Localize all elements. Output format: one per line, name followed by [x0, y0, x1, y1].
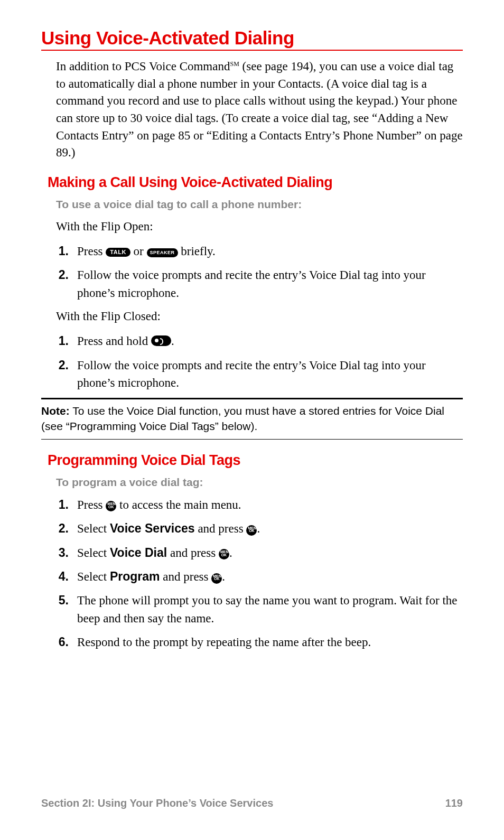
step-number: 5. [56, 592, 77, 627]
text: . [171, 334, 174, 348]
instruction-lead-program: To program a voice dial tag: [56, 476, 463, 489]
program-bold: Program [110, 570, 160, 583]
subheading-making-call: Making a Call Using Voice-Activated Dial… [48, 174, 463, 191]
step-text: Press TALK or SPEAKER briefly. [77, 242, 463, 260]
voice-dial-bold: Voice Dial [110, 546, 167, 559]
speaker-key-icon: SPEAKER [147, 248, 178, 257]
text: Select [77, 546, 110, 559]
list-item: 1. Press and hold . [56, 332, 463, 350]
step-text: The phone will prompt you to say the nam… [77, 592, 463, 627]
instruction-lead-make: To use a voice dial tag to call a phone … [56, 198, 463, 211]
flip-open-steps: 1. Press TALK or SPEAKER briefly. 2. Fol… [56, 242, 463, 302]
side-key-icon [151, 335, 171, 346]
trademark-sm: SM [230, 60, 239, 68]
step-text: Follow the voice prompts and recite the … [77, 266, 463, 302]
text: and press [195, 522, 247, 535]
intro-text-a: In addition to PCS Voice Command [56, 60, 230, 73]
menu-ok-key-icon: MENU OK [106, 501, 116, 511]
menu-ok-key-icon: MENU OK [211, 573, 222, 584]
list-item: 6. Respond to the prompt by repeating th… [56, 633, 463, 651]
text: and press [167, 546, 219, 559]
step-number: 6. [56, 633, 77, 651]
flip-closed-label: With the Flip Closed: [56, 308, 463, 325]
step-text: Respond to the prompt by repeating the n… [77, 633, 463, 651]
text: briefly. [178, 245, 216, 258]
text: Press and hold [77, 334, 151, 348]
step-number: 2. [56, 266, 77, 302]
page-footer: Section 2I: Using Your Phone’s Voice Ser… [41, 797, 463, 809]
step-number: 3. [56, 544, 77, 562]
menu-ok-key-icon: MENU OK [246, 525, 257, 536]
list-item: 1. Press TALK or SPEAKER briefly. [56, 242, 463, 260]
step-number: 2. [56, 357, 77, 392]
note-box: Note: To use the Voice Dial function, yo… [41, 398, 463, 440]
step-text: Follow the voice prompts and recite the … [77, 357, 463, 392]
list-item: 2. Follow the voice prompts and recite t… [56, 266, 463, 302]
intro-text-b: (see page 194), you can use a voice dial… [56, 60, 463, 159]
text: . [222, 570, 225, 583]
section-label: Section 2I: Using Your Phone’s Voice Ser… [41, 797, 273, 809]
note-label: Note: [41, 405, 70, 417]
note-body: To use the Voice Dial function, you must… [41, 405, 444, 432]
list-item: 2. Follow the voice prompts and recite t… [56, 357, 463, 392]
step-number: 1. [56, 496, 77, 514]
list-item: 3. Select Voice Dial and press MENU OK. [56, 544, 463, 562]
step-number: 4. [56, 568, 77, 585]
step-text: Select Voice Dial and press MENU OK. [77, 544, 463, 562]
intro-paragraph: In addition to PCS Voice CommandSM (see … [56, 58, 463, 162]
page-number: 119 [445, 797, 463, 809]
step-text: Select Voice Services and press MENU OK. [77, 520, 463, 537]
flip-open-label: With the Flip Open: [56, 218, 463, 235]
step-number: 2. [56, 520, 77, 537]
list-item: 1. Press MENU OK to access the main menu… [56, 496, 463, 514]
step-number: 1. [56, 332, 77, 350]
list-item: 5. The phone will prompt you to say the … [56, 592, 463, 627]
talk-key-icon: TALK [106, 248, 130, 257]
text: Press [77, 245, 106, 258]
step-number: 1. [56, 242, 77, 260]
text: to access the main menu. [116, 498, 241, 511]
text: and press [160, 570, 212, 583]
text: or [130, 245, 147, 258]
program-steps: 1. Press MENU OK to access the main menu… [56, 496, 463, 651]
step-text: Press MENU OK to access the main menu. [77, 496, 463, 514]
text: Select [77, 522, 110, 535]
menu-ok-key-icon: MENU OK [219, 549, 229, 559]
flip-closed-steps: 1. Press and hold . 2. Follow the voice … [56, 332, 463, 391]
text: Select [77, 570, 110, 583]
voice-services-bold: Voice Services [110, 521, 195, 535]
text: . [229, 546, 232, 559]
text: . [257, 522, 260, 535]
subheading-programming: Programming Voice Dial Tags [48, 452, 463, 469]
list-item: 4. Select Program and press MENU OK. [56, 568, 463, 585]
page-title: Using Voice-Activated Dialing [41, 27, 463, 51]
list-item: 2. Select Voice Services and press MENU … [56, 520, 463, 537]
text: Press [77, 498, 106, 511]
step-text: Select Program and press MENU OK. [77, 568, 463, 585]
step-text: Press and hold . [77, 332, 463, 350]
